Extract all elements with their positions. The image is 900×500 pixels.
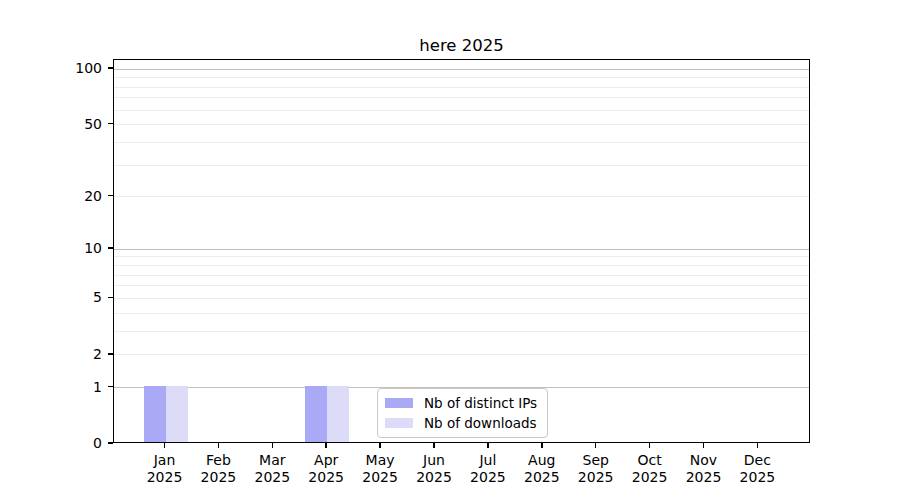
minor-gridline xyxy=(114,256,809,257)
x-label-month: Jul xyxy=(470,452,506,469)
y-tick xyxy=(108,353,113,355)
y-tick-label: 10 xyxy=(84,240,102,256)
x-label-year: 2025 xyxy=(578,469,614,486)
y-tick-label: 2 xyxy=(93,346,102,362)
chart-title: here 2025 xyxy=(113,36,810,55)
x-tick xyxy=(218,443,220,448)
minor-gridline xyxy=(114,142,809,143)
x-label-year: 2025 xyxy=(308,469,344,486)
minor-gridline xyxy=(114,110,809,111)
major-gridline xyxy=(114,249,809,250)
minor-gridline xyxy=(114,124,809,125)
minor-gridline xyxy=(114,97,809,98)
x-label-month: Aug xyxy=(524,452,560,469)
y-tick-label: 0 xyxy=(93,435,102,451)
x-label-year: 2025 xyxy=(686,469,722,486)
y-tick-label: 20 xyxy=(84,188,102,204)
legend-label-distinct-ips: Nb of distinct IPs xyxy=(424,395,537,411)
x-tick-label: Jun2025 xyxy=(416,452,452,486)
x-label-year: 2025 xyxy=(362,469,398,486)
y-tick-label: 50 xyxy=(84,116,102,132)
x-label-month: Mar xyxy=(254,452,290,469)
legend-swatch-downloads xyxy=(385,418,413,428)
x-tick-label: Feb2025 xyxy=(201,452,237,486)
minor-gridline xyxy=(114,313,809,314)
x-tick-label: Oct2025 xyxy=(632,452,668,486)
x-label-month: Sep xyxy=(578,452,614,469)
y-tick xyxy=(108,386,113,388)
legend-item-downloads: Nb of downloads xyxy=(385,415,537,431)
x-tick-label: May2025 xyxy=(362,452,398,486)
bar-nb-of-distinct-ips-jan xyxy=(144,386,166,442)
minor-gridline xyxy=(114,196,809,197)
x-tick-label: Dec2025 xyxy=(740,452,776,486)
x-tick xyxy=(272,443,274,448)
x-tick xyxy=(595,443,597,448)
y-tick-label: 100 xyxy=(75,60,102,76)
x-label-month: Jun xyxy=(416,452,452,469)
legend-swatch-distinct-ips xyxy=(385,398,413,408)
x-label-month: May xyxy=(362,452,398,469)
minor-gridline xyxy=(114,285,809,286)
x-label-month: Jan xyxy=(147,452,183,469)
minor-gridline xyxy=(114,354,809,355)
x-label-month: Dec xyxy=(740,452,776,469)
x-tick xyxy=(379,443,381,448)
x-label-year: 2025 xyxy=(740,469,776,486)
minor-gridline xyxy=(114,77,809,78)
x-label-year: 2025 xyxy=(254,469,290,486)
x-tick-label: Jul2025 xyxy=(470,452,506,486)
x-tick xyxy=(487,443,489,448)
minor-gridline xyxy=(114,298,809,299)
x-tick-label: Sep2025 xyxy=(578,452,614,486)
x-tick-label: Aug2025 xyxy=(524,452,560,486)
x-tick-label: Nov2025 xyxy=(686,452,722,486)
x-tick-label: Jan2025 xyxy=(147,452,183,486)
plot-area: Nb of distinct IPs Nb of downloads xyxy=(113,59,810,443)
y-tick-label: 5 xyxy=(93,289,102,305)
figure: here 2025 Nb of distinct IPs Nb of downl… xyxy=(0,0,900,500)
major-gridline xyxy=(114,69,809,70)
y-tick xyxy=(108,195,113,197)
legend-item-distinct-ips: Nb of distinct IPs xyxy=(385,395,537,411)
x-tick-label: Apr2025 xyxy=(308,452,344,486)
y-tick xyxy=(108,67,113,69)
x-label-year: 2025 xyxy=(147,469,183,486)
minor-gridline xyxy=(114,165,809,166)
y-tick xyxy=(108,442,113,444)
x-label-year: 2025 xyxy=(470,469,506,486)
x-tick xyxy=(703,443,705,448)
minor-gridline xyxy=(114,87,809,88)
x-label-month: Oct xyxy=(632,452,668,469)
bar-nb-of-downloads-jan xyxy=(166,386,188,442)
minor-gridline xyxy=(114,275,809,276)
x-tick xyxy=(541,443,543,448)
y-tick xyxy=(108,247,113,249)
x-tick-label: Mar2025 xyxy=(254,452,290,486)
x-tick xyxy=(325,443,327,448)
x-label-month: Apr xyxy=(308,452,344,469)
x-label-year: 2025 xyxy=(632,469,668,486)
bar-nb-of-downloads-apr xyxy=(327,386,349,442)
x-label-year: 2025 xyxy=(201,469,237,486)
x-tick xyxy=(164,443,166,448)
y-tick xyxy=(108,123,113,125)
x-tick xyxy=(757,443,759,448)
x-label-month: Feb xyxy=(201,452,237,469)
minor-gridline xyxy=(114,331,809,332)
bar-nb-of-distinct-ips-apr xyxy=(305,386,327,442)
minor-gridline xyxy=(114,265,809,266)
legend-label-downloads: Nb of downloads xyxy=(424,415,537,431)
legend: Nb of distinct IPs Nb of downloads xyxy=(377,388,548,438)
x-tick xyxy=(433,443,435,448)
x-label-month: Nov xyxy=(686,452,722,469)
x-label-year: 2025 xyxy=(416,469,452,486)
y-tick-label: 1 xyxy=(93,379,102,395)
y-tick xyxy=(108,297,113,299)
x-label-year: 2025 xyxy=(524,469,560,486)
x-tick xyxy=(649,443,651,448)
